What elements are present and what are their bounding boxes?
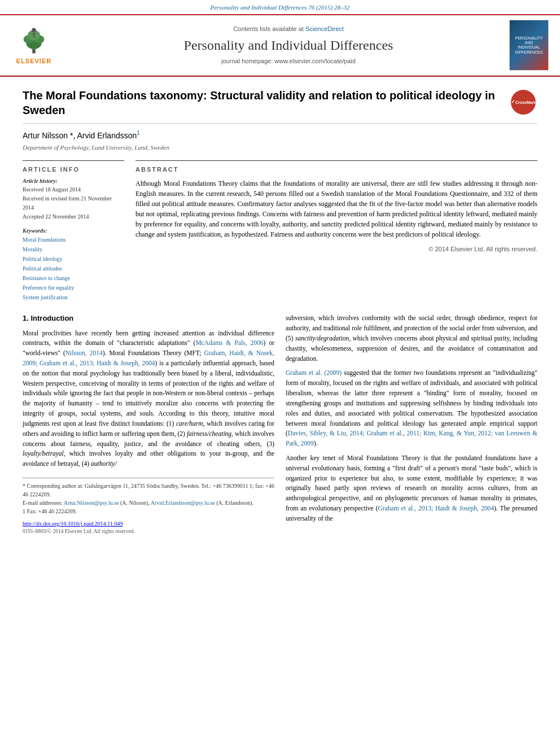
journal-header: ELSEVIER Contents lists available at Sci…: [0, 14, 560, 76]
journal-title-area: Contents lists available at ScienceDirec…: [68, 25, 509, 65]
abstract-header: ABSTRACT: [135, 165, 537, 174]
journal-reference-text: Personality and Individual Differences 7…: [210, 4, 349, 11]
section1-title: 1. Introduction: [23, 313, 274, 324]
abstract-section: ABSTRACT Although Moral Foundations Theo…: [135, 160, 537, 254]
ref-link[interactable]: Graham, Haidt, & Nosek, 2009; Graham et …: [23, 350, 274, 366]
received-date: Received 18 August 2014: [23, 185, 124, 194]
doi-line[interactable]: http://dx.doi.org/10.1016/j.paid.2014.11…: [23, 520, 274, 528]
body-columns: 1. Introduction Moral proclivities have …: [23, 313, 537, 535]
intro-paragraph-right1: subversion, which involves conformity wi…: [286, 313, 537, 364]
doi-link[interactable]: http://dx.doi.org/10.1016/j.paid.2014.11…: [23, 521, 123, 527]
article-info-abstract-columns: ARTICLE INFO Article history: Received 1…: [23, 160, 537, 302]
keyword-item[interactable]: System justification: [23, 292, 124, 302]
intro-paragraph-left: Moral proclivities have recently been ge…: [23, 329, 274, 469]
page: Personality and Individual Differences 7…: [0, 0, 560, 747]
keyword-item[interactable]: Morality: [23, 244, 124, 254]
abstract-text: Although Moral Foundations Theory claims…: [135, 178, 537, 239]
science-direct-line: Contents lists available at ScienceDirec…: [68, 25, 509, 33]
email-link-nilsson[interactable]: Artur.Nilsson@psy.lu.se: [64, 500, 119, 506]
journal-reference: Personality and Individual Differences 7…: [0, 0, 560, 14]
article-info-column: ARTICLE INFO Article history: Received 1…: [23, 160, 124, 302]
elsevier-logo: ELSEVIER: [11, 25, 56, 65]
keyword-item[interactable]: Preference for equality: [23, 283, 124, 292]
article-history: Article history: Received 18 August 2014…: [23, 177, 124, 221]
elsevier-label: ELSEVIER: [16, 57, 51, 65]
email-link-erlandsson[interactable]: Arvid.Erlandsson@psy.lu.se: [151, 500, 215, 506]
article-info-box: ARTICLE INFO Article history: Received 1…: [23, 160, 124, 302]
keyword-item[interactable]: Resistance to change: [23, 273, 124, 283]
footnote-email-line: E-mail addresses: Artur.Nilsson@psy.lu.s…: [23, 499, 274, 507]
keywords-list: Moral FoundationsMoralityPolitical ideol…: [23, 235, 124, 302]
abstract-column: ABSTRACT Although Moral Foundations Theo…: [135, 160, 537, 302]
footnote-section: * Corresponding author at: Gulsångarväge…: [23, 478, 274, 516]
keyword-item[interactable]: Political ideology: [23, 254, 124, 264]
keywords-label: Keywords:: [23, 227, 124, 235]
elsevier-tree-icon: [17, 25, 51, 56]
journal-main-title: Personality and Individual Differences: [68, 36, 509, 55]
keywords-section: Keywords: Moral FoundationsMoralityPolit…: [23, 227, 124, 302]
crossmark-icon[interactable]: ✓ CrossMark: [511, 90, 536, 115]
article-content: The Moral Foundations taxonomy: Structur…: [0, 77, 560, 547]
author-sup: 1: [137, 130, 140, 136]
body-left-column: 1. Introduction Moral proclivities have …: [23, 313, 274, 535]
accepted-date: Accepted 22 November 2014: [23, 212, 124, 221]
body-right-column: subversion, which involves conformity wi…: [286, 313, 537, 535]
article-authors: Artur Nilsson *, Arvid Erlandsson1: [23, 129, 537, 141]
science-direct-link[interactable]: ScienceDirect: [305, 25, 344, 32]
article-title-section: The Moral Foundations taxonomy: Structur…: [23, 88, 537, 124]
article-affiliation: Department of Psychology, Lund Universit…: [23, 143, 537, 152]
article-info-header: ARTICLE INFO: [23, 165, 124, 174]
keyword-item[interactable]: Moral Foundations: [23, 235, 124, 244]
footnote-star-line: * Corresponding author at: Gulsångarväge…: [23, 482, 274, 499]
history-dates: Received 18 August 2014 Received in revi…: [23, 185, 124, 221]
revised-date: Received in revised form 21 November 201…: [23, 194, 124, 212]
ref-link[interactable]: Davies, Sibley, & Liu, 2014; Graham et a…: [286, 430, 537, 447]
copyright-line: © 2014 Elsevier Ltd. All rights reserved…: [135, 245, 537, 254]
ref-link[interactable]: Graham et al., 2013; Haidt & Joseph, 200…: [378, 505, 494, 512]
keyword-item[interactable]: Political attitudes: [23, 264, 124, 273]
ref-link[interactable]: Nilsson, 2014: [65, 350, 103, 356]
crossmark-container[interactable]: ✓ CrossMark: [509, 88, 537, 116]
article-title: The Moral Foundations taxonomy: Structur…: [23, 88, 498, 117]
ref-link[interactable]: McAdams & Pals, 2006: [195, 339, 263, 346]
svg-point-5: [32, 28, 36, 32]
ref-link[interactable]: Graham et al. (2009): [286, 369, 342, 376]
journal-cover-image: PERSONALITY ANDINDIVIDUALDIFFERENCES: [509, 20, 549, 71]
issn-legal: 0191-8869/© 2014 Elsevier Ltd. All right…: [23, 528, 274, 535]
intro-paragraph-right2: Graham et al. (2009) suggested that the …: [286, 368, 537, 449]
journal-homepage: journal homepage: www.elsevier.com/locat…: [68, 57, 509, 65]
footnote-fax: 1 Fax: +46 46 2224209.: [23, 507, 274, 516]
intro-paragraph-right3: Another key tenet of Moral Foundations T…: [286, 453, 537, 524]
history-label: Article history:: [23, 177, 124, 185]
